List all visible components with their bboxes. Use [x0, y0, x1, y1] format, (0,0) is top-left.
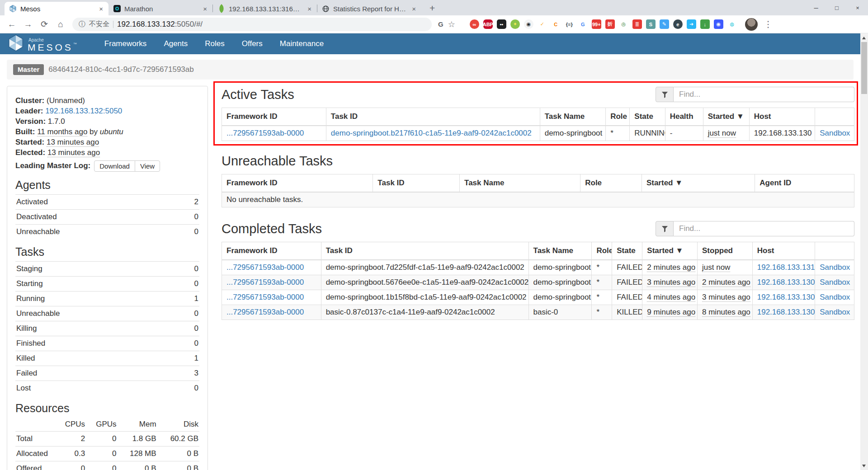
address-bar[interactable]: ⓘ 不安全 192.168.133.132:5050/#/ [72, 18, 432, 31]
view-log-button[interactable]: View [135, 160, 160, 172]
screenshot-new-extension-icon[interactable]: ◉ [714, 19, 723, 29]
nav-link[interactable]: Agents [155, 34, 196, 54]
scrollbar-thumb[interactable] [861, 42, 867, 94]
close-button[interactable]: × [847, 0, 868, 15]
column-header[interactable]: Host [752, 242, 815, 260]
column-header[interactable] [815, 108, 854, 126]
column-header[interactable]: Role [580, 174, 642, 193]
google-translate-extension-icon[interactable]: G [578, 19, 588, 29]
column-header[interactable]: Task ID [326, 108, 540, 126]
nav-link[interactable]: Maintenance [271, 34, 332, 54]
adblock-plus-extension-icon[interactable]: ABP [483, 19, 493, 29]
column-header[interactable]: Task ID [373, 174, 460, 193]
nav-link[interactable]: Frameworks [96, 34, 156, 54]
tab-haproxy-stats[interactable]: Statistics Report for HAProxy × [317, 2, 421, 15]
profile-avatar[interactable] [745, 18, 758, 31]
tab-close-icon[interactable]: × [307, 5, 312, 13]
tab-close-icon[interactable]: × [411, 5, 417, 13]
download-log-button[interactable]: Download [94, 160, 135, 172]
tab-mesos[interactable]: Mesos × [5, 2, 108, 15]
nav-link[interactable]: Roles [196, 34, 233, 54]
completed-tasks-find-input[interactable] [674, 221, 854, 236]
teal-s-extension-icon[interactable]: S [646, 19, 656, 29]
tab-marathon[interactable]: Marathon × [108, 2, 212, 15]
scroll-down-icon[interactable] [862, 465, 866, 467]
filter-button[interactable] [656, 221, 674, 236]
column-header[interactable]: Task ID [321, 242, 528, 260]
sandbox-link[interactable]: Sandbox [820, 308, 850, 316]
host-link[interactable]: 192.168.133.130 [757, 293, 815, 301]
chrome-download-extension-icon[interactable]: ↓ [700, 19, 710, 29]
blue-note-pencil-extension-icon[interactable]: ✎ [660, 19, 669, 29]
host-link[interactable]: 192.168.133.130 [757, 308, 815, 316]
active-tasks-find-input[interactable] [674, 87, 854, 102]
dark-cat-extension-icon[interactable]: •• [497, 19, 506, 29]
column-header[interactable]: Host [749, 108, 815, 126]
info-icon[interactable]: ⓘ [79, 20, 85, 28]
octocat-badge-extension-icon[interactable]: ◉ [524, 19, 533, 29]
host-link[interactable]: 192.168.133.131 [757, 263, 815, 272]
sandbox-link[interactable]: Sandbox [820, 278, 850, 287]
framework-id-link[interactable]: ...7295671593ab-0000 [226, 263, 304, 272]
back-button[interactable]: ← [5, 17, 19, 32]
column-header[interactable]: Role [592, 242, 612, 260]
framework-id-link[interactable]: ...7295671593ab-0000 [226, 293, 304, 301]
mesos-brand[interactable]: Apache MESOS™ [8, 34, 77, 53]
check-circle-extension-icon[interactable]: ✓ [538, 19, 547, 29]
translate-icon[interactable]: G [438, 20, 443, 28]
braces-json-extension-icon[interactable]: {≡} [565, 19, 574, 29]
filter-button[interactable] [656, 87, 674, 102]
forward-button[interactable]: → [21, 17, 35, 32]
browser-menu-icon[interactable]: ⋮ [760, 19, 777, 29]
column-header[interactable]: Health [665, 108, 703, 126]
extensions-area: ∞ ABP •• ✦ ◉ ✓ [470, 19, 737, 29]
orange-c-loop-extension-icon[interactable]: C [551, 19, 561, 29]
column-header[interactable]: Role [606, 108, 630, 126]
ie-tab-extension-icon[interactable]: e [673, 19, 683, 29]
column-header[interactable]: Framework ID [222, 174, 373, 193]
column-header[interactable]: Started ▼ [642, 174, 755, 193]
tab-close-icon[interactable]: × [202, 5, 208, 13]
framework-id-link[interactable]: ...7295671593ab-0000 [226, 308, 304, 316]
column-header[interactable]: Agent ID [755, 174, 854, 193]
new-tab-button[interactable]: + [426, 3, 439, 14]
person-search-extension-icon[interactable]: ◎ [619, 19, 628, 29]
coupon-zhe-extension-icon[interactable]: 折 [605, 19, 615, 29]
column-header[interactable]: Framework ID [222, 108, 326, 126]
red-checklist-extension-icon[interactable]: ≣ [632, 19, 642, 29]
reload-button[interactable]: ⟳ [37, 17, 52, 32]
column-header[interactable]: Stopped [698, 242, 753, 260]
tab-title: 192.168.133.131:31657/hello w [229, 5, 303, 13]
column-header[interactable] [815, 242, 854, 260]
minimize-button[interactable]: ─ [806, 0, 826, 15]
tab-hello-world[interactable]: 192.168.133.131:31657/hello w × [213, 2, 317, 15]
sandbox-link[interactable]: Sandbox [820, 263, 850, 272]
mesh-globe-extension-icon[interactable]: ◍ [727, 19, 737, 29]
maximize-button[interactable]: □ [826, 0, 847, 15]
column-header[interactable]: Framework ID [222, 242, 321, 260]
nav-link[interactable]: Offers [233, 34, 271, 54]
column-header[interactable]: State [612, 242, 642, 260]
column-header[interactable]: Started ▼ [642, 242, 698, 260]
sandbox-link[interactable]: Sandbox [820, 129, 850, 137]
infinity-proxy-extension-icon[interactable]: ∞ [470, 19, 479, 29]
scroll-up-icon[interactable] [862, 37, 866, 39]
column-header[interactable]: State [630, 108, 665, 126]
notifier-99-extension-icon[interactable]: 99+ [592, 19, 601, 29]
green-gem-extension-icon[interactable]: ✦ [510, 19, 520, 29]
leader-link[interactable]: 192.168.133.132:5050 [45, 107, 122, 115]
tab-close-icon[interactable]: × [98, 5, 104, 13]
column-header[interactable]: Task Name [540, 108, 605, 126]
column-header[interactable]: Task Name [528, 242, 592, 260]
home-button[interactable]: ⌂ [53, 17, 68, 32]
share-arrow-extension-icon[interactable]: ➜ [687, 19, 696, 29]
framework-id-link[interactable]: ...7295671593ab-0000 [226, 278, 304, 287]
column-header[interactable]: Started ▼ [703, 108, 749, 126]
host-link[interactable]: 192.168.133.130 [757, 278, 815, 287]
framework-id-link[interactable]: ...7295671593ab-0000 [226, 129, 304, 137]
bookmark-star-icon[interactable]: ☆ [448, 19, 455, 29]
page-scrollbar[interactable] [860, 34, 868, 470]
task-id-link[interactable]: demo-springboot.b217f610-c1a5-11e9-aaf9-… [331, 129, 532, 137]
sandbox-link[interactable]: Sandbox [820, 293, 850, 301]
column-header[interactable]: Task Name [460, 174, 580, 193]
